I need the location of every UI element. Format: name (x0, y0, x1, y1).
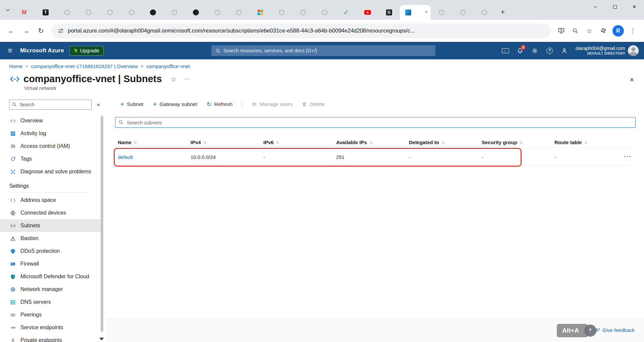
tab-generic-1[interactable] (56, 5, 78, 20)
tab-check[interactable]: ✓ (335, 5, 357, 20)
minimize-button[interactable]: – (586, 0, 605, 13)
tab-gmail[interactable]: M (13, 5, 35, 20)
global-search-bar[interactable]: Search resources, services, and docs (G+… (211, 45, 435, 56)
column-header-name[interactable]: Name↑↓ (115, 139, 188, 145)
azure-brand[interactable]: Microsoft Azure (20, 47, 64, 54)
upgrade-button[interactable]: ↯ Upgrade (69, 46, 104, 56)
tab-google[interactable]: G (378, 5, 400, 20)
sidebar-item-access-control-iam[interactable]: Access control (IAM) (0, 140, 103, 153)
tab-generic-12[interactable] (452, 5, 474, 20)
azure-avatar[interactable] (628, 45, 639, 56)
more-options-icon[interactable]: ··· (183, 76, 190, 82)
tab-close-icon[interactable]: × (425, 9, 428, 14)
sidebar-scrollbar[interactable] (101, 116, 103, 333)
browser-profile-avatar[interactable]: R (612, 25, 624, 37)
column-header-available-ips[interactable]: Available IPs↑↓ (333, 139, 406, 145)
sidebar-item-subnets[interactable]: Subnets (0, 219, 103, 232)
forward-button[interactable]: → (19, 24, 33, 38)
breadcrumb-item-home[interactable]: Home (9, 63, 22, 69)
column-header-ipv6[interactable]: IPv6↑↓ (261, 139, 333, 145)
tab-generic-8[interactable] (271, 5, 292, 20)
favorite-star-icon[interactable]: ☆ (171, 75, 177, 83)
sidebar-item-private-endpoints[interactable]: Private endpoints (0, 334, 103, 342)
sidebar-search-input[interactable] (9, 100, 92, 110)
new-tab-button[interactable]: + (497, 6, 508, 18)
add-gateway-subnet-button[interactable]: + Gateway subnet (153, 101, 197, 108)
sidebar-item-service-endpoints[interactable]: Service endpoints (0, 321, 103, 334)
settings-gear-icon[interactable] (528, 44, 542, 57)
breadcrumb-item-companyoffice-vnet[interactable]: companyoffice-vnet (146, 63, 190, 69)
sidebar-item-ddos-protection[interactable]: DDoS protection (0, 245, 103, 258)
chevron-down-icon[interactable] (2, 4, 13, 16)
scrollbar-thumb[interactable] (101, 116, 103, 332)
column-header-security-group[interactable]: Security group↑↓ (479, 139, 552, 145)
page-subtitle: Virtual network (24, 86, 635, 91)
site-info-icon[interactable] (58, 28, 64, 34)
tab-generic-13[interactable] (474, 5, 495, 20)
refresh-button[interactable]: ↻ Refresh (207, 101, 232, 107)
reload-button[interactable]: ↻ (34, 24, 48, 38)
sidebar-item-overview[interactable]: Overview (0, 114, 103, 127)
tab-generic-3[interactable] (99, 5, 121, 20)
feedback-icon[interactable] (557, 44, 572, 57)
sidebar-item-label: Peerings (20, 312, 42, 318)
sidebar-item-address-space[interactable]: Address space (0, 194, 103, 207)
sidebar-item-firewall[interactable]: Firewall (0, 258, 103, 270)
bookmark-star-icon[interactable]: ☆ (583, 24, 596, 37)
collapse-sidebar-button[interactable]: « (95, 101, 102, 108)
sidebar-item-dns-servers[interactable]: DNS servers (0, 296, 103, 308)
sidebar-item-network-manager[interactable]: Network manager (0, 283, 103, 296)
install-app-icon[interactable] (555, 24, 568, 37)
tab-github-1[interactable] (142, 5, 164, 20)
extensions-icon[interactable] (597, 24, 610, 37)
tab-azure-portal-active[interactable]: × (400, 5, 431, 20)
address-bar[interactable]: portal.azure.com/#@olaraph004gmail.onmic… (52, 23, 551, 38)
back-button[interactable]: ← (5, 24, 18, 38)
column-header-delegated-to[interactable]: Delegated to↑↓ (406, 139, 479, 145)
hamburger-menu-icon[interactable]: ≡ (5, 46, 15, 55)
breadcrumb-item-companyoffice-vnet-1716891628297-overview[interactable]: companyoffice-vnet-1716891628297 | Overv… (31, 63, 138, 69)
sidebar-item-bastion[interactable]: Bastion (0, 232, 103, 245)
notifications-bell-icon[interactable]: 9 (513, 44, 527, 57)
tab-generic-7[interactable] (228, 5, 250, 20)
tab-generic-9[interactable] (292, 5, 314, 20)
browser-menu-icon[interactable]: ⋮ (627, 24, 639, 37)
scroll-down-icon[interactable] (99, 338, 104, 341)
add-subnet-button[interactable]: + Subnet (120, 101, 143, 108)
tab-generic-2[interactable] (78, 5, 99, 20)
sidebar-item-diagnose-and-solve-problems[interactable]: Diagnose and solve problems (0, 165, 103, 178)
tab-generic-4[interactable] (121, 5, 142, 20)
sidebar-item-tags[interactable]: Tags (0, 153, 103, 165)
delete-button[interactable]: Delete (302, 101, 325, 107)
row-context-menu-icon[interactable]: ··· (624, 154, 632, 160)
lightning-icon: ↯ (74, 48, 78, 54)
maximize-button[interactable] (605, 0, 625, 13)
tab-generic-10[interactable] (314, 5, 335, 20)
tab-t-site[interactable]: T (35, 5, 56, 20)
account-info[interactable]: olaraph004@gmail.com DEFAULT DIRECTORY (576, 46, 625, 56)
subnet-name-link[interactable]: default (115, 154, 188, 160)
column-header-ipv4[interactable]: IPv4↑↓ (188, 139, 261, 145)
plus-icon: + (153, 101, 157, 108)
tab-generic-11[interactable] (431, 5, 452, 20)
cloud-shell-icon[interactable]: >_ (498, 44, 513, 57)
sidebar-item-connected-devices[interactable]: Connected devices (0, 207, 103, 219)
tab-generic-6[interactable] (207, 5, 228, 20)
tab-github-2[interactable] (185, 5, 207, 20)
tab-microsoft[interactable] (250, 5, 271, 20)
tab-generic-5[interactable] (164, 5, 185, 20)
help-icon[interactable]: ? (543, 44, 557, 57)
sidebar-item-microsoft-defender-for-cloud[interactable]: Microsoft Defender for Cloud (0, 270, 103, 283)
column-header-route-table[interactable]: Route table↑↓ (552, 139, 636, 145)
subnet-search-input[interactable] (115, 117, 636, 128)
blade-close-icon[interactable]: × (630, 75, 634, 84)
zoom-icon[interactable] (569, 24, 582, 37)
manage-users-button[interactable]: Manage users (252, 101, 292, 107)
window-close-button[interactable]: × (625, 0, 644, 13)
sidebar-item-activity-log[interactable]: Activity log (0, 127, 103, 140)
tab-youtube[interactable] (357, 5, 378, 20)
table-row[interactable]: default 10.0.0.0/24 - 251 - - - ··· (115, 148, 636, 166)
alt-a-shortcut-button[interactable]: Alt+A (557, 324, 588, 337)
give-feedback-link[interactable]: Give feedback (595, 327, 635, 333)
sidebar-item-peerings[interactable]: Peerings (0, 308, 103, 321)
